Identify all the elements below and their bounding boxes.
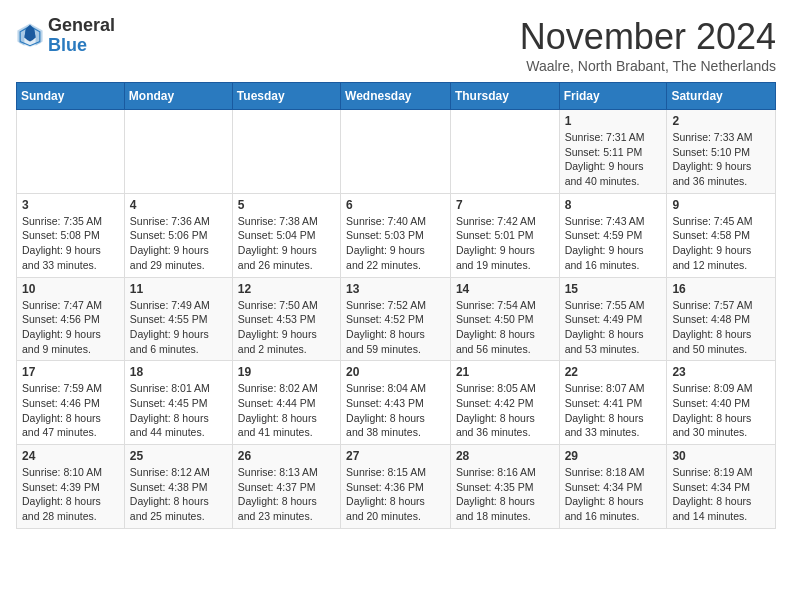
calendar-cell: 21Sunrise: 8:05 AM Sunset: 4:42 PM Dayli… xyxy=(450,361,559,445)
day-number: 21 xyxy=(456,365,554,379)
day-info: Sunrise: 7:59 AM Sunset: 4:46 PM Dayligh… xyxy=(22,381,119,440)
day-number: 24 xyxy=(22,449,119,463)
calendar-week-row: 1Sunrise: 7:31 AM Sunset: 5:11 PM Daylig… xyxy=(17,110,776,194)
calendar-cell: 16Sunrise: 7:57 AM Sunset: 4:48 PM Dayli… xyxy=(667,277,776,361)
calendar-cell: 3Sunrise: 7:35 AM Sunset: 5:08 PM Daylig… xyxy=(17,193,125,277)
calendar-cell: 9Sunrise: 7:45 AM Sunset: 4:58 PM Daylig… xyxy=(667,193,776,277)
calendar-cell: 30Sunrise: 8:19 AM Sunset: 4:34 PM Dayli… xyxy=(667,445,776,529)
day-info: Sunrise: 7:57 AM Sunset: 4:48 PM Dayligh… xyxy=(672,298,770,357)
day-number: 19 xyxy=(238,365,335,379)
day-number: 15 xyxy=(565,282,662,296)
calendar-cell: 5Sunrise: 7:38 AM Sunset: 5:04 PM Daylig… xyxy=(232,193,340,277)
day-number: 20 xyxy=(346,365,445,379)
calendar-header-row: SundayMondayTuesdayWednesdayThursdayFrid… xyxy=(17,83,776,110)
day-number: 12 xyxy=(238,282,335,296)
calendar-cell: 28Sunrise: 8:16 AM Sunset: 4:35 PM Dayli… xyxy=(450,445,559,529)
calendar-cell: 8Sunrise: 7:43 AM Sunset: 4:59 PM Daylig… xyxy=(559,193,667,277)
day-info: Sunrise: 7:52 AM Sunset: 4:52 PM Dayligh… xyxy=(346,298,445,357)
day-info: Sunrise: 7:47 AM Sunset: 4:56 PM Dayligh… xyxy=(22,298,119,357)
calendar-cell xyxy=(232,110,340,194)
calendar-cell xyxy=(450,110,559,194)
weekday-header-saturday: Saturday xyxy=(667,83,776,110)
logo-text: General Blue xyxy=(48,16,115,56)
day-info: Sunrise: 8:07 AM Sunset: 4:41 PM Dayligh… xyxy=(565,381,662,440)
calendar-cell: 14Sunrise: 7:54 AM Sunset: 4:50 PM Dayli… xyxy=(450,277,559,361)
day-info: Sunrise: 8:15 AM Sunset: 4:36 PM Dayligh… xyxy=(346,465,445,524)
day-number: 5 xyxy=(238,198,335,212)
day-info: Sunrise: 8:01 AM Sunset: 4:45 PM Dayligh… xyxy=(130,381,227,440)
day-number: 17 xyxy=(22,365,119,379)
day-info: Sunrise: 8:18 AM Sunset: 4:34 PM Dayligh… xyxy=(565,465,662,524)
day-info: Sunrise: 7:49 AM Sunset: 4:55 PM Dayligh… xyxy=(130,298,227,357)
day-info: Sunrise: 7:38 AM Sunset: 5:04 PM Dayligh… xyxy=(238,214,335,273)
day-number: 28 xyxy=(456,449,554,463)
day-number: 27 xyxy=(346,449,445,463)
day-number: 29 xyxy=(565,449,662,463)
calendar-cell: 22Sunrise: 8:07 AM Sunset: 4:41 PM Dayli… xyxy=(559,361,667,445)
calendar-cell: 6Sunrise: 7:40 AM Sunset: 5:03 PM Daylig… xyxy=(341,193,451,277)
calendar-cell: 20Sunrise: 8:04 AM Sunset: 4:43 PM Dayli… xyxy=(341,361,451,445)
day-number: 8 xyxy=(565,198,662,212)
title-block: November 2024 Waalre, North Brabant, The… xyxy=(520,16,776,74)
day-info: Sunrise: 7:50 AM Sunset: 4:53 PM Dayligh… xyxy=(238,298,335,357)
day-info: Sunrise: 7:42 AM Sunset: 5:01 PM Dayligh… xyxy=(456,214,554,273)
day-number: 2 xyxy=(672,114,770,128)
calendar-cell: 27Sunrise: 8:15 AM Sunset: 4:36 PM Dayli… xyxy=(341,445,451,529)
weekday-header-thursday: Thursday xyxy=(450,83,559,110)
location: Waalre, North Brabant, The Netherlands xyxy=(520,58,776,74)
day-info: Sunrise: 7:33 AM Sunset: 5:10 PM Dayligh… xyxy=(672,130,770,189)
calendar-cell: 26Sunrise: 8:13 AM Sunset: 4:37 PM Dayli… xyxy=(232,445,340,529)
weekday-header-wednesday: Wednesday xyxy=(341,83,451,110)
day-info: Sunrise: 7:55 AM Sunset: 4:49 PM Dayligh… xyxy=(565,298,662,357)
day-number: 14 xyxy=(456,282,554,296)
calendar-cell: 4Sunrise: 7:36 AM Sunset: 5:06 PM Daylig… xyxy=(124,193,232,277)
calendar-cell: 19Sunrise: 8:02 AM Sunset: 4:44 PM Dayli… xyxy=(232,361,340,445)
calendar-cell: 2Sunrise: 7:33 AM Sunset: 5:10 PM Daylig… xyxy=(667,110,776,194)
calendar-cell: 1Sunrise: 7:31 AM Sunset: 5:11 PM Daylig… xyxy=(559,110,667,194)
day-number: 22 xyxy=(565,365,662,379)
day-number: 3 xyxy=(22,198,119,212)
calendar-cell xyxy=(124,110,232,194)
day-info: Sunrise: 7:45 AM Sunset: 4:58 PM Dayligh… xyxy=(672,214,770,273)
day-number: 1 xyxy=(565,114,662,128)
day-number: 30 xyxy=(672,449,770,463)
weekday-header-friday: Friday xyxy=(559,83,667,110)
day-number: 4 xyxy=(130,198,227,212)
calendar-cell: 13Sunrise: 7:52 AM Sunset: 4:52 PM Dayli… xyxy=(341,277,451,361)
calendar-table: SundayMondayTuesdayWednesdayThursdayFrid… xyxy=(16,82,776,529)
day-number: 18 xyxy=(130,365,227,379)
day-info: Sunrise: 8:13 AM Sunset: 4:37 PM Dayligh… xyxy=(238,465,335,524)
logo: General Blue xyxy=(16,16,115,56)
calendar-week-row: 10Sunrise: 7:47 AM Sunset: 4:56 PM Dayli… xyxy=(17,277,776,361)
day-number: 11 xyxy=(130,282,227,296)
weekday-header-tuesday: Tuesday xyxy=(232,83,340,110)
calendar-cell xyxy=(341,110,451,194)
calendar-week-row: 3Sunrise: 7:35 AM Sunset: 5:08 PM Daylig… xyxy=(17,193,776,277)
day-info: Sunrise: 8:09 AM Sunset: 4:40 PM Dayligh… xyxy=(672,381,770,440)
day-number: 25 xyxy=(130,449,227,463)
day-info: Sunrise: 7:35 AM Sunset: 5:08 PM Dayligh… xyxy=(22,214,119,273)
page-header: General Blue November 2024 Waalre, North… xyxy=(16,16,776,74)
day-info: Sunrise: 8:04 AM Sunset: 4:43 PM Dayligh… xyxy=(346,381,445,440)
calendar-cell: 23Sunrise: 8:09 AM Sunset: 4:40 PM Dayli… xyxy=(667,361,776,445)
logo-blue: Blue xyxy=(48,35,87,55)
day-number: 26 xyxy=(238,449,335,463)
day-info: Sunrise: 7:54 AM Sunset: 4:50 PM Dayligh… xyxy=(456,298,554,357)
day-number: 23 xyxy=(672,365,770,379)
day-info: Sunrise: 8:05 AM Sunset: 4:42 PM Dayligh… xyxy=(456,381,554,440)
day-number: 9 xyxy=(672,198,770,212)
calendar-cell: 10Sunrise: 7:47 AM Sunset: 4:56 PM Dayli… xyxy=(17,277,125,361)
day-number: 16 xyxy=(672,282,770,296)
day-number: 7 xyxy=(456,198,554,212)
month-title: November 2024 xyxy=(520,16,776,58)
calendar-cell: 29Sunrise: 8:18 AM Sunset: 4:34 PM Dayli… xyxy=(559,445,667,529)
calendar-cell: 25Sunrise: 8:12 AM Sunset: 4:38 PM Dayli… xyxy=(124,445,232,529)
weekday-header-sunday: Sunday xyxy=(17,83,125,110)
calendar-cell: 18Sunrise: 8:01 AM Sunset: 4:45 PM Dayli… xyxy=(124,361,232,445)
logo-general: General xyxy=(48,15,115,35)
day-info: Sunrise: 7:31 AM Sunset: 5:11 PM Dayligh… xyxy=(565,130,662,189)
calendar-cell: 24Sunrise: 8:10 AM Sunset: 4:39 PM Dayli… xyxy=(17,445,125,529)
day-info: Sunrise: 7:36 AM Sunset: 5:06 PM Dayligh… xyxy=(130,214,227,273)
day-info: Sunrise: 8:12 AM Sunset: 4:38 PM Dayligh… xyxy=(130,465,227,524)
calendar-cell: 12Sunrise: 7:50 AM Sunset: 4:53 PM Dayli… xyxy=(232,277,340,361)
